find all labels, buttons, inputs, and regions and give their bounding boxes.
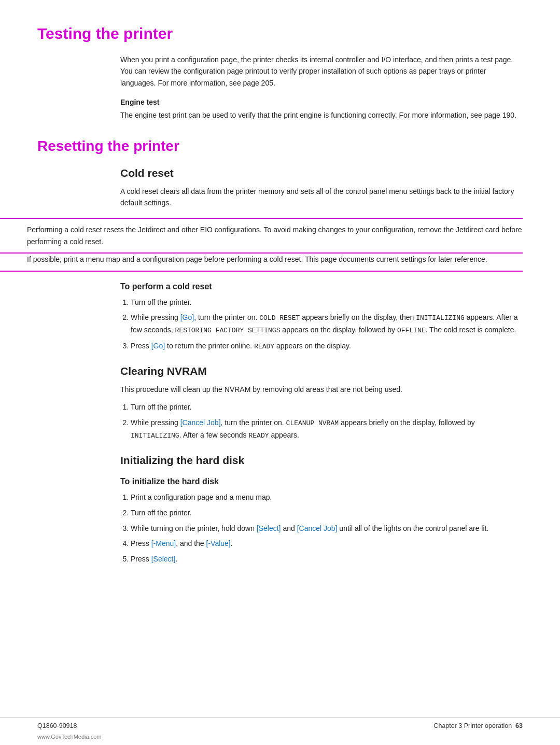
key-go: [Go] — [180, 313, 194, 321]
key-minus-value: [-Value] — [206, 539, 231, 547]
step-item: Print a configuration page and a menu ma… — [131, 491, 523, 504]
caution-block: CAUTION Performing a cold reset resets t… — [0, 218, 523, 254]
key-cancel-job2: [Cancel Job] — [297, 524, 338, 532]
nvram-steps: Turn off the printer. While pressing [Ca… — [131, 401, 523, 442]
cold-reset-para: A cold reset clears all data from the pr… — [120, 186, 523, 209]
mono-offline: OFFLINE — [397, 327, 426, 334]
key-go-2: [Go] — [151, 342, 165, 350]
engine-test-section: Engine test The engine test print can be… — [120, 98, 523, 121]
footer-chapter: Chapter 3 Printer operation — [433, 722, 512, 729]
mono-restoring: RESTORING FACTORY SETTINGS — [175, 327, 281, 334]
mono-cold-reset: COLD RESET — [259, 314, 300, 322]
mono-init2: INITIALIZING — [131, 432, 179, 440]
mono-cleanup: CLEANUP NVRAM — [286, 419, 339, 427]
step-item: Turn off the printer. — [131, 401, 523, 414]
footer-left: Q1860-90918 — [37, 722, 77, 729]
nvram-step-1: Turn off the printer. — [131, 403, 192, 411]
step-item: While pressing [Go], turn the printer on… — [131, 312, 523, 336]
footer-page-num: 63 — [515, 722, 523, 729]
key-select2: [Select] — [151, 555, 176, 563]
page-footer: Q1860-90918 Chapter 3 Printer operation … — [0, 718, 560, 729]
caution-wrapper: CAUTION Performing a cold reset resets t… — [37, 218, 523, 271]
intro-paragraph: When you print a configuration page, the… — [120, 54, 523, 89]
key-select: [Select] — [257, 524, 281, 532]
engine-test-heading: Engine test — [120, 98, 523, 106]
hard-disk-steps: Print a configuration page and a menu ma… — [131, 491, 523, 566]
caution-text-1: Performing a cold reset resets the Jetdi… — [27, 224, 523, 247]
hd-step-2: Turn off the printer. — [131, 509, 192, 517]
step-item: While turning on the printer, hold down … — [131, 523, 523, 535]
mono-ready: READY — [254, 343, 274, 350]
step-1-text: Turn off the printer. — [131, 298, 192, 306]
clearing-nvram-title: Clearing NVRAM — [120, 365, 523, 377]
cold-reset-title: Cold reset — [120, 167, 523, 179]
cold-reset-steps: Turn off the printer. While pressing [Go… — [131, 297, 523, 353]
step-item: Press [Go] to return the printer online.… — [131, 340, 523, 353]
step-item: Turn off the printer. — [131, 507, 523, 519]
perform-cold-reset-title: To perform a cold reset — [120, 282, 523, 291]
hard-disk-title: Initializing the hard disk — [120, 454, 523, 467]
hd-step-1: Print a configuration page and a menu ma… — [131, 493, 272, 501]
engine-test-text: The engine test print can be used to ver… — [120, 109, 523, 121]
step-item: While pressing [Cancel Job], turn the pr… — [131, 417, 523, 442]
key-minus-menu: [-Menu] — [151, 539, 176, 547]
page-title: Testing the printer — [37, 25, 523, 43]
section2-title: Resetting the printer — [37, 138, 523, 154]
caution-text-2: If possible, print a menu map and a conf… — [27, 254, 523, 265]
clearing-nvram-para: This procedure will clean up the NVRAM b… — [120, 384, 523, 395]
step-item: Press [Select]. — [131, 553, 523, 566]
step-item: Turn off the printer. — [131, 297, 523, 309]
mono-ready2: READY — [248, 432, 269, 440]
key-cancel-job: [Cancel Job] — [180, 418, 221, 427]
init-hard-disk-title: To initialize the hard disk — [120, 477, 523, 486]
mono-initializing: INITIALIZING — [416, 314, 465, 322]
caution-label: CAUTION — [0, 224, 27, 232]
watermark: www.GovTechMedia.com — [37, 734, 102, 740]
step-item: Press [-Menu], and the [-Value]. — [131, 538, 523, 550]
caution-second-block: If possible, print a menu map and a conf… — [0, 254, 523, 271]
footer-right: Chapter 3 Printer operation 63 — [433, 722, 523, 729]
